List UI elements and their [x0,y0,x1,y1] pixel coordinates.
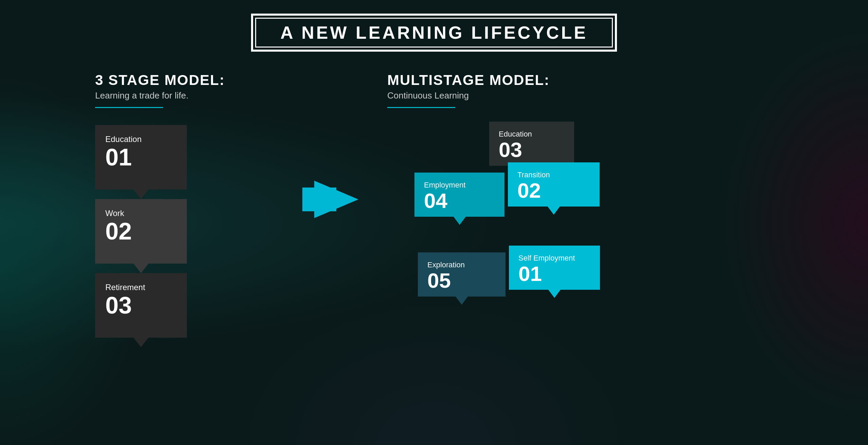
multistage-container: Education 03 Employment 04 Tra [414,118,673,424]
right-model-subtitle: Continuous Learning [387,90,800,101]
left-model-title: 3 STAGE MODEL: [95,72,285,88]
ms-block-emp04: Employment 04 [414,173,504,217]
ms-arrow-emp04 [454,217,466,225]
stage-block-education: Education 01 [95,125,187,190]
ms-number-trans02: 02 [517,180,590,201]
stage-number-1: 01 [105,145,177,169]
ms-arrow-trans02 [548,207,560,215]
ms-wrapper-trans02: Transition 02 [508,162,600,215]
ms-arrow-self01 [548,290,561,298]
stage-block-work: Work 02 [95,199,187,264]
ms-label-exp05: Exploration [427,261,496,269]
ms-label-trans02: Transition [517,171,590,179]
connector-1-2 [134,190,148,199]
ms-wrapper-exp05: Exploration 05 [418,252,506,305]
ms-number-edu03: 03 [499,139,565,160]
right-model-title: MULTISTAGE MODEL: [387,72,800,88]
stage-column: Education 01 Work 02 Retirement 03 [95,125,187,347]
page-title: A NEW LEARNING LIFECYCLE [280,23,588,42]
stage-number-3: 03 [105,293,177,317]
ms-wrapper-self01: Self Employment 01 [509,246,600,298]
ms-block-self01: Self Employment 01 [509,246,600,290]
ms-number-self01: 01 [518,263,590,284]
ms-number-emp04: 04 [424,190,495,211]
right-arrow [314,181,358,218]
stage-number-2: 02 [105,219,177,243]
center-arrow-section [285,181,387,218]
ms-arrow-exp05 [456,297,468,305]
stage-label-3: Retirement [105,283,177,292]
page-content: A NEW LEARNING LIFECYCLE 3 STAGE MODEL: … [0,0,868,445]
connector-2-3 [134,264,148,273]
ms-label-emp04: Employment [424,181,495,190]
right-underline [387,107,455,108]
left-model-subtitle: Learning a trade for life. [95,90,285,101]
title-container: A NEW LEARNING LIFECYCLE [0,0,868,52]
left-underline [95,107,163,108]
title-box: A NEW LEARNING LIFECYCLE [251,14,617,52]
bottom-arrow [134,338,148,347]
main-layout: 3 STAGE MODEL: Learning a trade for life… [0,52,868,424]
stage-label-2: Work [105,209,177,218]
left-panel: 3 STAGE MODEL: Learning a trade for life… [95,72,285,347]
stage-block-retirement: Retirement 03 [95,273,187,338]
ms-block-exp05: Exploration 05 [418,252,506,297]
stage-label-1: Education [105,135,177,144]
ms-wrapper-emp04: Employment 04 [414,173,504,225]
ms-number-exp05: 05 [427,270,496,291]
ms-label-edu03: Education [499,130,565,139]
ms-block-edu03: Education 03 [489,122,574,166]
right-panel: MULTISTAGE MODEL: Continuous Learning Ed… [387,72,800,424]
ms-label-self01: Self Employment [518,254,590,263]
ms-block-trans02: Transition 02 [508,162,600,207]
